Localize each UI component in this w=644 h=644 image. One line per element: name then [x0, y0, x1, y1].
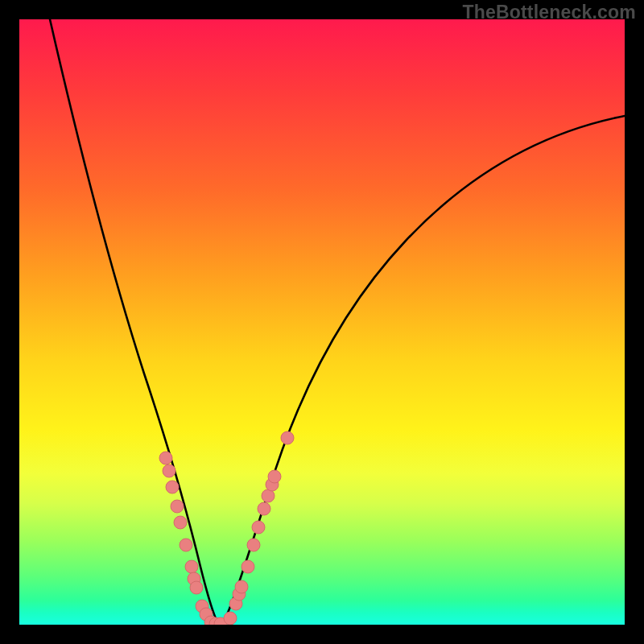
- curve-group: [50, 19, 625, 625]
- data-marker: [242, 560, 254, 573]
- data-marker: [180, 539, 192, 551]
- chart-plot-area: [19, 19, 625, 625]
- chart-frame: TheBottleneck.com: [0, 0, 644, 644]
- data-marker: [268, 470, 281, 483]
- data-marker: [159, 452, 172, 464]
- marker-group: [159, 431, 294, 625]
- data-marker: [258, 502, 270, 515]
- data-marker: [174, 516, 187, 529]
- data-marker: [171, 500, 184, 513]
- watermark-label: TheBottleneck.com: [462, 2, 636, 23]
- data-marker: [281, 431, 294, 444]
- data-marker: [163, 464, 175, 477]
- data-marker: [224, 612, 237, 625]
- chart-svg: [19, 19, 625, 625]
- right-branch-curve: [222, 116, 625, 625]
- left-branch-curve: [50, 19, 219, 625]
- data-marker: [247, 539, 260, 551]
- data-marker: [190, 581, 203, 594]
- data-marker: [185, 560, 198, 573]
- data-marker: [235, 580, 248, 593]
- data-marker: [252, 521, 265, 534]
- data-marker: [166, 481, 179, 493]
